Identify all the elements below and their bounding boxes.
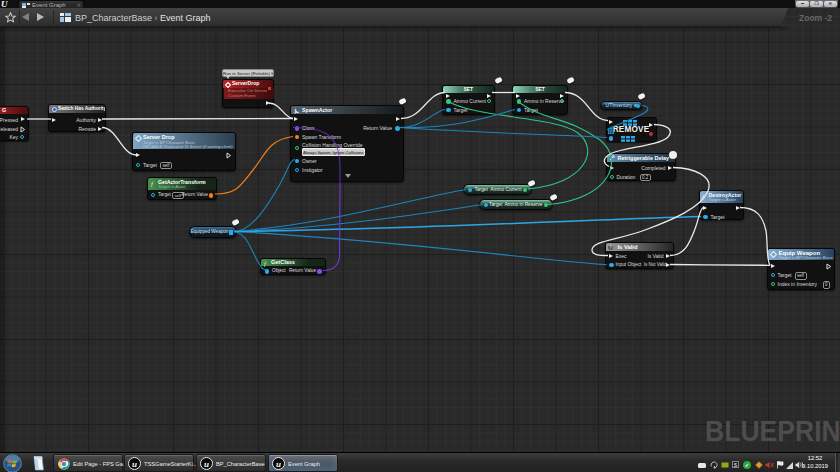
svg-text:f: f: [151, 180, 154, 187]
svg-text:f: f: [264, 260, 267, 267]
svg-text:f: f: [702, 193, 705, 200]
